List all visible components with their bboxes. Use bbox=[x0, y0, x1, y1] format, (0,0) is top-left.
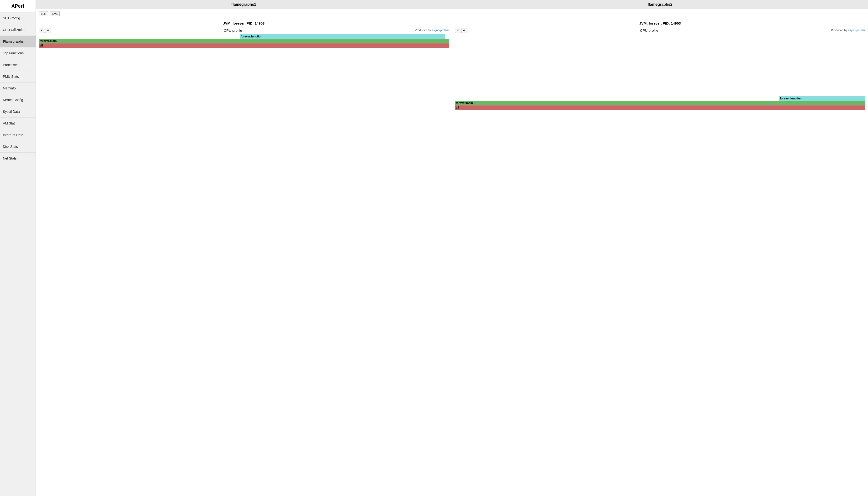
sidebar-item-sut-config[interactable]: SUT Config bbox=[0, 12, 35, 24]
async-profiler-link-1[interactable]: async-profiler bbox=[432, 29, 449, 32]
app-title: APerf bbox=[0, 0, 35, 12]
flame-chart-title-2: CPU profile bbox=[467, 28, 831, 32]
flamegraph-panel-1: JVM: forever, PID: 14903 ▼ ⊕ CPU profile… bbox=[36, 18, 452, 496]
flame-bar[interactable]: all bbox=[455, 105, 865, 110]
sidebar-item-top-functions[interactable]: Top Functions bbox=[0, 47, 35, 59]
flame-bar[interactable]: forever.function bbox=[240, 34, 445, 38]
flame-bars-2: forever.functionforever.mainall bbox=[455, 96, 865, 111]
sidebar-item-interrupt-data[interactable]: Interrupt Data bbox=[0, 129, 35, 141]
sidebar: APerf SUT ConfigCPU UtilizationFlamegrap… bbox=[0, 0, 36, 496]
flame-toolbar-1: ▼ ⊕ CPU profile Produced by async-profil… bbox=[39, 28, 449, 33]
filter-row: perfjava bbox=[36, 9, 868, 18]
sidebar-item-pmu-stats[interactable]: PMU Stats bbox=[0, 71, 35, 82]
filter-btn-perf[interactable]: perf bbox=[39, 11, 48, 16]
jvm-title-2: JVM: forever, PID: 14903 bbox=[455, 21, 865, 25]
panel-header-flamegraphs2: flamegraphs2 bbox=[452, 0, 868, 9]
sidebar-item-cpu-utilization[interactable]: CPU Utilization bbox=[0, 24, 35, 36]
flame-bar[interactable]: forever.main bbox=[39, 39, 449, 43]
sidebar-item-kernel-config[interactable]: Kernel Config bbox=[0, 94, 35, 106]
flame-toolbar-2: ▼ ⊕ CPU profile Produced by async-profil… bbox=[455, 28, 865, 33]
sidebar-nav: SUT ConfigCPU UtilizationFlamegraphsTop … bbox=[0, 12, 35, 164]
flame-bars-1: forever.functionforever.mainall bbox=[39, 34, 449, 49]
panel-header-row: flamegraphs1 flamegraphs2 bbox=[36, 0, 868, 9]
content-area: JVM: forever, PID: 14903 ▼ ⊕ CPU profile… bbox=[36, 18, 868, 496]
produced-by-2: Produced by async-profiler bbox=[831, 29, 865, 32]
flame-bar[interactable]: forever.main bbox=[455, 101, 865, 105]
flamegraph-panel-2: JVM: forever, PID: 14903 ▼ ⊕ CPU profile… bbox=[452, 18, 868, 496]
flame-zoom-btn-1[interactable]: ⊕ bbox=[45, 28, 51, 33]
flame-bar[interactable]: all bbox=[39, 43, 449, 48]
main-content: flamegraphs1 flamegraphs2 perfjava JVM: … bbox=[36, 0, 868, 496]
sidebar-item-sysctl-data[interactable]: Sysctl Data bbox=[0, 106, 35, 118]
sidebar-item-net-stats[interactable]: Net Stats bbox=[0, 153, 35, 164]
panel-header-flamegraphs1: flamegraphs1 bbox=[36, 0, 452, 9]
sidebar-item-vm-stat[interactable]: VM Stat bbox=[0, 118, 35, 129]
async-profiler-link-2[interactable]: async-profiler bbox=[848, 29, 865, 32]
sidebar-item-flamegraphs[interactable]: Flamegraphs bbox=[0, 36, 35, 47]
flame-chart-title-1: CPU profile bbox=[51, 28, 415, 32]
filter-btn-java[interactable]: java bbox=[50, 11, 60, 16]
flame-down-btn-2[interactable]: ▼ bbox=[455, 28, 461, 33]
flame-down-btn-1[interactable]: ▼ bbox=[39, 28, 45, 33]
sidebar-item-processes[interactable]: Processes bbox=[0, 59, 35, 71]
sidebar-item-disk-stats[interactable]: Disk Stats bbox=[0, 141, 35, 153]
flame-spacer-2 bbox=[455, 34, 865, 96]
sidebar-item-meminfo[interactable]: Meminfo bbox=[0, 82, 35, 94]
flame-bar[interactable]: forever.function bbox=[779, 96, 865, 100]
jvm-title-1: JVM: forever, PID: 14903 bbox=[39, 21, 449, 25]
produced-by-1: Produced by async-profiler bbox=[415, 29, 449, 32]
flame-zoom-btn-2[interactable]: ⊕ bbox=[461, 28, 467, 33]
